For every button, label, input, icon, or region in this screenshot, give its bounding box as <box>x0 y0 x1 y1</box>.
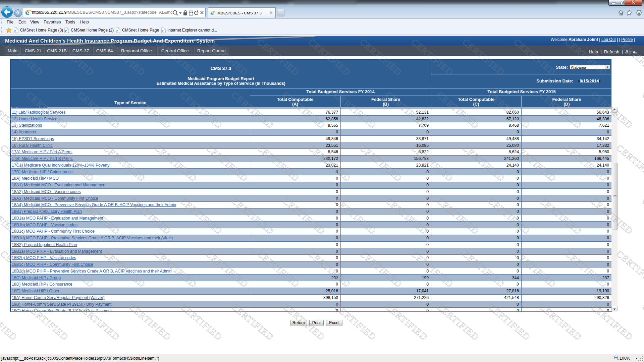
svg-text:e: e <box>65 28 67 33</box>
svg-text:e: e <box>14 28 16 33</box>
svg-text:e: e <box>116 28 118 33</box>
svg-text:e: e <box>162 28 164 33</box>
